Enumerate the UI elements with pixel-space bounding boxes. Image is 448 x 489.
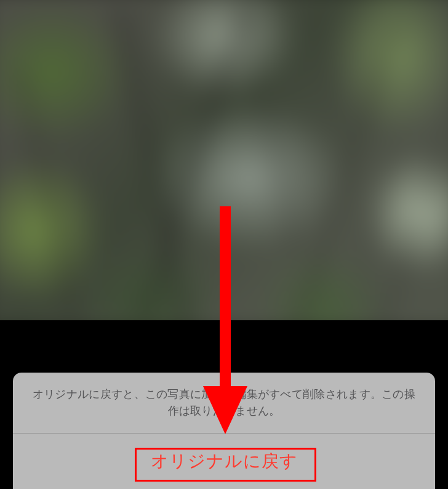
photo-preview-blurred [0, 0, 448, 336]
revert-action-sheet: オリジナルに戻すと、この写真に加えた編集がすべて削除されます。この操作は取り消せ… [13, 373, 435, 489]
revert-to-original-button[interactable]: オリジナルに戻す [13, 434, 435, 489]
action-sheet-warning-message: オリジナルに戻すと、この写真に加えた編集がすべて削除されます。この操作は取り消せ… [13, 373, 435, 434]
